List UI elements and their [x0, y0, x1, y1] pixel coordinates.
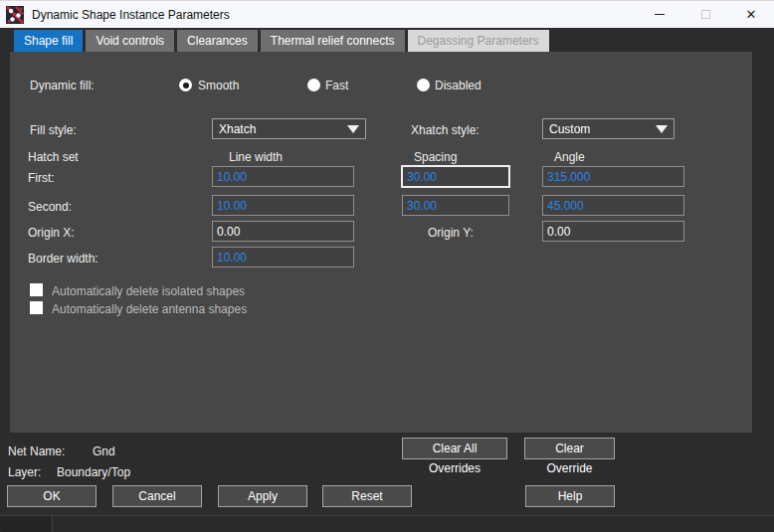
close-icon: ✕: [746, 7, 757, 22]
origin-y-input[interactable]: [542, 221, 684, 242]
first-row-label: First:: [28, 171, 55, 185]
line-width-header: Line width: [229, 150, 283, 164]
apply-button[interactable]: Apply: [218, 485, 307, 507]
chevron-down-icon: [656, 125, 668, 133]
layer-value: Boundary/Top: [57, 465, 130, 479]
radio-smooth-label[interactable]: Smooth: [198, 79, 239, 92]
first-line-width-input[interactable]: [212, 166, 354, 187]
first-spacing-input[interactable]: [401, 165, 510, 188]
shape-fill-panel: [10, 52, 752, 433]
second-angle-input[interactable]: [542, 195, 684, 216]
titlebar: Dynamic Shape Instance Parameters ✕: [0, 0, 774, 28]
status-bar-left-cell: [0, 516, 53, 532]
delete-isolated-shapes-label[interactable]: Automatically delete isolated shapes: [52, 284, 245, 298]
maximize-button[interactable]: [682, 1, 728, 29]
chevron-down-icon: [347, 125, 359, 133]
delete-isolated-shapes-checkbox[interactable]: [30, 283, 43, 296]
layer-label: Layer:: [8, 465, 41, 479]
radio-disabled-label[interactable]: Disabled: [435, 79, 482, 92]
radio-disabled[interactable]: [417, 79, 430, 91]
close-button[interactable]: ✕: [728, 1, 774, 29]
border-width-input[interactable]: [212, 247, 354, 267]
xhatch-style-combobox[interactable]: Custom: [542, 118, 675, 139]
app-pcb-icon: [6, 6, 24, 24]
second-row-label: Second:: [28, 200, 72, 214]
xhatch-style-value: Custom: [549, 122, 590, 136]
clear-override-button[interactable]: Clear Override: [524, 438, 615, 459]
net-name-label: Net Name:: [8, 444, 65, 458]
tab-shape-fill[interactable]: Shape fill: [14, 30, 83, 52]
status-bar: [0, 515, 774, 532]
second-line-width-input[interactable]: [212, 195, 354, 216]
fill-style-value: Xhatch: [219, 122, 256, 136]
ok-button[interactable]: OK: [7, 485, 97, 507]
fill-style-label: Fill style:: [30, 123, 77, 137]
spacing-header: Spacing: [414, 150, 457, 164]
xhatch-style-label: Xhatch style:: [411, 123, 480, 137]
tab-void-controls[interactable]: Void controls: [86, 30, 174, 52]
origin-x-label: Origin X:: [28, 226, 75, 240]
cancel-button[interactable]: Cancel: [112, 485, 202, 507]
minimize-icon: [655, 14, 665, 15]
reset-button[interactable]: Reset: [322, 485, 412, 507]
tab-bar: Shape fill Void controls Clearances Ther…: [14, 30, 549, 52]
help-button[interactable]: Help: [525, 485, 615, 507]
clear-all-overrides-button[interactable]: Clear All Overrides: [402, 438, 507, 459]
angle-header: Angle: [554, 150, 585, 164]
origin-x-input[interactable]: [212, 221, 354, 242]
first-angle-input[interactable]: [542, 166, 684, 187]
net-name-value: Gnd: [93, 444, 115, 458]
radio-smooth[interactable]: [179, 79, 192, 91]
tab-clearances[interactable]: Clearances: [177, 30, 258, 52]
fill-style-combobox[interactable]: Xhatch: [212, 118, 366, 139]
radio-fast[interactable]: [307, 79, 320, 91]
window-title: Dynamic Shape Instance Parameters: [32, 8, 230, 22]
minimize-button[interactable]: [637, 1, 682, 29]
window-controls: ✕: [637, 1, 774, 29]
delete-antenna-shapes-checkbox[interactable]: [30, 301, 43, 314]
border-width-label: Border width:: [28, 252, 98, 266]
maximize-icon: [701, 10, 710, 19]
dynamic-shape-dialog: { "window": { "title": "Dynamic Shape In…: [0, 0, 774, 532]
tab-thermal-relief-connects[interactable]: Thermal relief connects: [261, 30, 405, 52]
delete-antenna-shapes-label[interactable]: Automatically delete antenna shapes: [52, 302, 247, 316]
tab-degassing-parameters: Degassing Parameters: [408, 30, 549, 52]
radio-fast-label[interactable]: Fast: [325, 79, 348, 92]
dynamic-fill-label: Dynamic fill:: [30, 79, 95, 92]
hatch-set-header: Hatch set: [28, 150, 79, 164]
second-spacing-input[interactable]: [402, 195, 509, 216]
origin-y-label: Origin Y:: [428, 226, 474, 240]
